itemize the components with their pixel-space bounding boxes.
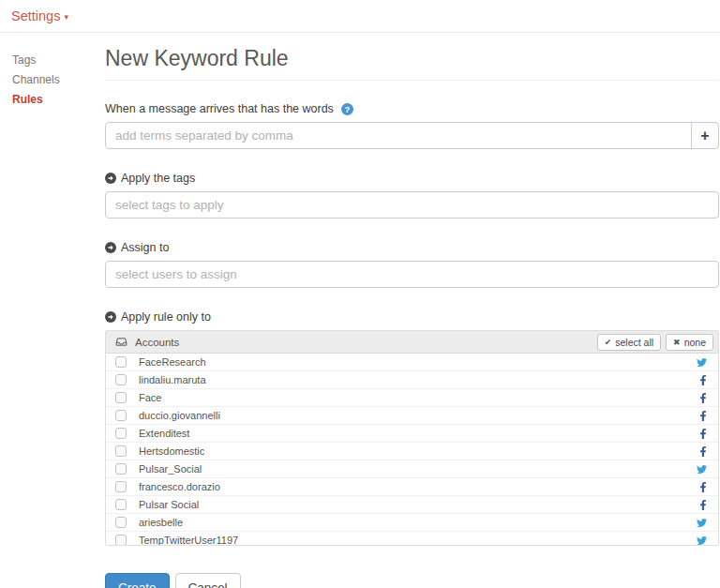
account-name: Pulsar Social xyxy=(139,499,199,510)
settings-sidebar: Tags Channels Rules xyxy=(0,33,105,588)
chevron-down-icon: ▾ xyxy=(64,12,68,22)
tags-label: Apply the tags xyxy=(105,172,719,185)
account-name: FaceResearch xyxy=(139,356,206,368)
accounts-section: Apply rule only to Accounts ✔ select xyxy=(105,310,719,546)
title-divider xyxy=(105,80,719,81)
accounts-table-body: FaceResearchlindaliu.marutaFaceduccio.gi… xyxy=(106,354,718,545)
table-row: ariesbelle xyxy=(106,514,718,532)
account-checkbox[interactable] xyxy=(115,535,127,545)
account-name: francesco.dorazio xyxy=(139,481,220,492)
facebook-icon xyxy=(699,446,707,457)
accounts-table: Accounts ✔ select all ✖ none FaceResearc… xyxy=(105,330,719,546)
table-row: francesco.dorazio xyxy=(106,478,718,496)
account-checkbox[interactable] xyxy=(115,410,127,421)
assign-label: Assign to xyxy=(105,241,719,254)
cancel-button[interactable]: Cancel xyxy=(175,573,241,588)
account-checkbox[interactable] xyxy=(115,445,127,457)
x-icon: ✖ xyxy=(673,337,681,348)
assign-input[interactable] xyxy=(105,261,719,288)
account-checkbox[interactable] xyxy=(115,463,127,475)
settings-menu[interactable]: Settings ▾ xyxy=(11,8,68,23)
table-row: Hertsdomestic xyxy=(106,443,718,460)
tags-input[interactable] xyxy=(105,191,719,219)
add-term-button[interactable]: + xyxy=(691,122,719,149)
select-none-button[interactable]: ✖ none xyxy=(666,334,713,351)
table-row: Pulsar_Social xyxy=(106,460,718,478)
form-actions: Create Cancel xyxy=(105,573,719,588)
sidebar-item-tags[interactable]: Tags xyxy=(12,53,105,67)
table-row: FaceResearch xyxy=(106,354,718,371)
table-row: Face xyxy=(106,389,718,407)
facebook-icon xyxy=(699,393,707,403)
account-name: duccio.giovannelli xyxy=(139,410,220,421)
accounts-label: Apply rule only to xyxy=(105,310,719,324)
keywords-label: When a message arrives that has the word… xyxy=(105,102,719,115)
twitter-icon xyxy=(697,518,707,528)
account-name: ariesbelle xyxy=(139,517,183,528)
facebook-icon xyxy=(699,411,707,421)
account-checkbox[interactable] xyxy=(115,499,127,510)
account-name: lindaliu.maruta xyxy=(139,374,206,385)
topbar: Settings ▾ xyxy=(0,0,720,33)
sidebar-item-channels[interactable]: Channels xyxy=(12,73,105,86)
accounts-table-header: Accounts ✔ select all ✖ none xyxy=(106,331,718,354)
account-checkbox[interactable] xyxy=(115,517,127,528)
table-row: Pulsar Social xyxy=(106,496,718,514)
facebook-icon xyxy=(699,500,707,510)
circle-arrow-icon xyxy=(105,173,116,184)
facebook-icon xyxy=(699,375,707,385)
account-checkbox[interactable] xyxy=(115,392,127,403)
facebook-icon xyxy=(699,429,707,439)
keywords-section: When a message arrives that has the word… xyxy=(105,102,719,149)
settings-menu-label: Settings xyxy=(11,8,60,23)
inbox-icon xyxy=(115,336,128,348)
table-row: TempTwitterUser1197 xyxy=(106,532,718,545)
account-name: Face xyxy=(139,392,161,403)
check-icon: ✔ xyxy=(605,337,612,348)
main-content: New Keyword Rule When a message arrives … xyxy=(105,33,720,588)
account-checkbox[interactable] xyxy=(115,481,127,492)
page-title: New Keyword Rule xyxy=(105,46,719,71)
assign-section: Assign to xyxy=(105,241,719,288)
facebook-icon xyxy=(699,482,707,492)
help-icon[interactable]: ? xyxy=(341,103,353,115)
account-checkbox[interactable] xyxy=(115,356,127,368)
twitter-icon xyxy=(697,535,707,546)
circle-arrow-icon xyxy=(105,311,116,323)
account-name: Extenditest xyxy=(139,428,189,439)
account-name: Hertsdomestic xyxy=(139,445,204,457)
create-button[interactable]: Create xyxy=(105,573,170,588)
account-name: TempTwitterUser1197 xyxy=(139,535,238,545)
table-row: duccio.giovannelli xyxy=(106,407,718,425)
keywords-input[interactable] xyxy=(105,122,692,149)
account-name: Pulsar_Social xyxy=(139,463,202,475)
circle-arrow-icon xyxy=(105,242,116,253)
select-all-button[interactable]: ✔ select all xyxy=(597,334,661,351)
tags-section: Apply the tags xyxy=(105,172,719,219)
accounts-header-label: Accounts xyxy=(135,337,179,348)
table-row: lindaliu.maruta xyxy=(106,371,718,389)
twitter-icon xyxy=(697,464,707,475)
twitter-icon xyxy=(697,357,707,368)
account-checkbox[interactable] xyxy=(115,374,127,385)
account-checkbox[interactable] xyxy=(115,428,127,439)
table-row: Extenditest xyxy=(106,425,718,443)
sidebar-item-rules[interactable]: Rules xyxy=(12,93,105,106)
